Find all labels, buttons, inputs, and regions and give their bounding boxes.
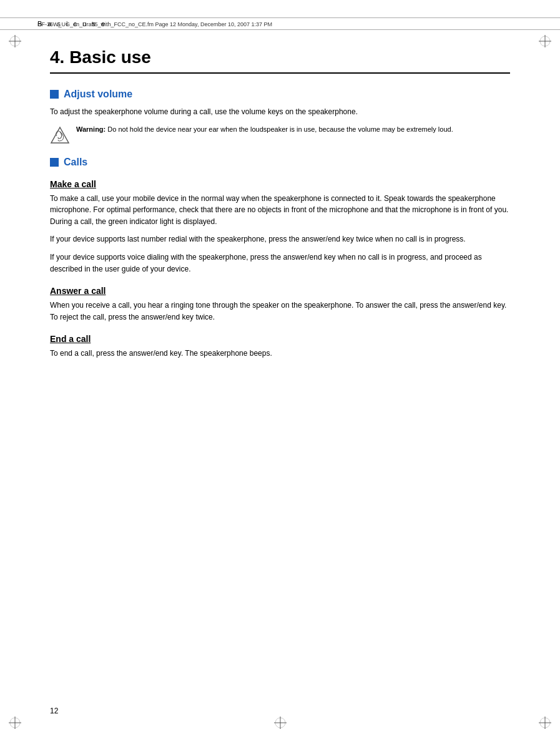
subsection-make-a-call: Make a call — [50, 179, 510, 189]
meta-text: HF-36W_UG_en_Draft5_with_FCC_no_CE.fm Pa… — [37, 21, 272, 27]
chapter-rule — [50, 72, 510, 74]
section-calls-label: Calls — [64, 157, 87, 168]
chapter-heading: 4. Basic use — [50, 47, 510, 67]
corner-mark-bl — [9, 710, 27, 729]
page: HF-36W_UG_en_Draft5_with_FCC_no_CE.fm Pa… — [0, 17, 560, 729]
warning-icon — [50, 125, 70, 145]
make-a-call-para-1: To make a call, use your mobile device i… — [50, 193, 510, 228]
section-calls: Calls — [50, 157, 510, 168]
warning-text: Warning: Do not hold the device near you… — [76, 124, 453, 135]
subsection-answer-a-call: Answer a call — [50, 286, 510, 296]
page-number: 12 — [50, 707, 58, 715]
meta-line: HF-36W_UG_en_Draft5_with_FCC_no_CE.fm Pa… — [37, 21, 523, 30]
section-adjust-volume-label: Adjust volume — [64, 89, 132, 100]
warning-box: Warning: Do not hold the device near you… — [50, 124, 510, 145]
corner-mark-tr — [533, 35, 551, 54]
section-adjust-volume: Adjust volume — [50, 89, 510, 100]
warning-body: Do not hold the device near your ear whe… — [106, 125, 453, 133]
corner-mark-tl — [9, 35, 27, 54]
chapter-title: Basic use — [69, 47, 151, 67]
corner-mark-br — [533, 710, 551, 729]
make-a-call-para-3: If your device supports voice dialing wi… — [50, 252, 510, 275]
main-content: 4. Basic use Adjust volume To adjust the… — [0, 30, 560, 403]
svg-marker-15 — [51, 127, 69, 143]
answer-a-call-para-1: When you receive a call, you hear a ring… — [50, 300, 510, 323]
center-mark-bottom — [271, 710, 290, 729]
end-a-call-para-1: To end a call, press the answer/end key.… — [50, 348, 510, 360]
warning-label: Warning: — [76, 125, 106, 133]
subsection-end-a-call: End a call — [50, 334, 510, 344]
section-square-icon — [50, 90, 59, 99]
make-a-call-para-2: If your device supports last number redi… — [50, 233, 510, 245]
adjust-volume-para: To adjust the speakerphone volume during… — [50, 106, 510, 118]
chapter-number: 4. — [50, 47, 64, 67]
section-square-calls-icon — [50, 158, 59, 167]
